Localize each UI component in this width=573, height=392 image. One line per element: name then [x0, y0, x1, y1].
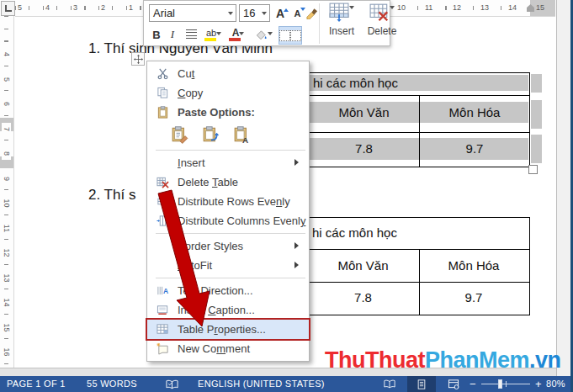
font-name-combobox[interactable]: Arial: [149, 4, 236, 22]
table-cell[interactable]: 9.7: [420, 138, 529, 160]
font-color-button[interactable]: A: [227, 26, 249, 43]
table-header-cell[interactable]: hi các môn học: [307, 225, 397, 240]
ruler-number: 7: [2, 123, 11, 135]
menu-item-delete-table[interactable]: Delete Table: [147, 172, 309, 192]
print-layout-button[interactable]: [407, 376, 436, 392]
chevron-down-icon[interactable]: [239, 32, 244, 38]
menu-item-label: Insert Caption...: [178, 304, 255, 316]
table-resize-handle[interactable]: [528, 165, 538, 174]
page-indicator[interactable]: PAGE 1 OF 1: [7, 376, 66, 392]
format-painter-button[interactable]: [305, 4, 320, 22]
table-row[interactable]: 7.8 9.7: [307, 133, 529, 167]
menu-item-insert[interactable]: Insert: [147, 153, 309, 172]
table-cell[interactable]: Môn Văn: [307, 250, 419, 281]
submenu-arrow-icon: [294, 262, 302, 268]
chevron-down-icon[interactable]: [290, 30, 301, 41]
menu-separator: [156, 150, 305, 151]
menu-item-label: Insert: [178, 156, 205, 169]
table-row[interactable]: hi các môn học: [307, 73, 529, 96]
zoom-percentage[interactable]: 80%: [546, 376, 565, 392]
menu-item-new-comment[interactable]: New Comment: [147, 339, 309, 358]
table-header-cell[interactable]: hi các môn học: [308, 76, 398, 90]
borders-button[interactable]: [279, 26, 302, 45]
table-row[interactable]: Môn Văn Môn Hóa: [307, 96, 529, 133]
table-1: hi các môn học Môn Văn Môn Hóa 7.8 9.7: [306, 72, 530, 167]
table-cell[interactable]: 7.8: [307, 283, 419, 313]
insert-label: Insert: [329, 25, 354, 37]
ruler-number: 5: [2, 73, 11, 86]
print-layout-icon: [416, 379, 427, 390]
bold-button[interactable]: B: [149, 26, 164, 43]
vertical-scrollbar[interactable]: [556, 0, 571, 376]
paste-keep-formatting-button[interactable]: [167, 123, 193, 146]
table-column-border: [419, 96, 420, 167]
menu-item-text-direction[interactable]: A Text Direction...: [147, 281, 309, 300]
word-count[interactable]: 55 WORDS: [87, 376, 137, 392]
table-cell[interactable]: Môn Hóa: [420, 102, 529, 123]
read-mode-button[interactable]: [375, 376, 404, 392]
justify-button[interactable]: [183, 26, 199, 43]
menu-item-distribute-columns[interactable]: Distribute Columns Evenly: [147, 211, 309, 230]
italic-icon: I: [171, 28, 174, 41]
highlight-button[interactable]: ab: [203, 26, 225, 43]
menu-item-border-styles[interactable]: Border Styles: [147, 236, 309, 256]
menu-item-paste-options: Paste Options:: [147, 103, 309, 122]
menu-item-distribute-rows[interactable]: Distribute Rows Evenly: [147, 192, 309, 211]
italic-button[interactable]: I: [166, 26, 179, 43]
bold-icon: B: [152, 29, 160, 41]
chevron-down-icon[interactable]: [262, 12, 267, 18]
shading-button[interactable]: [252, 26, 275, 43]
zoom-slider-thumb[interactable]: [498, 379, 502, 389]
grow-font-button[interactable]: A: [272, 4, 289, 22]
insert-table-button[interactable]: Insert: [322, 3, 361, 45]
menu-item-table-properties[interactable]: Table Properties...: [147, 320, 309, 339]
delete-label: Delete: [368, 25, 397, 37]
chevron-down-icon[interactable]: [390, 6, 395, 12]
document-text-line[interactable]: 2. Thí s: [88, 187, 135, 204]
font-color-icon: A: [232, 27, 240, 39]
menu-item-label: Copy: [178, 87, 203, 99]
menu-item-insert-caption[interactable]: Insert Caption...: [147, 300, 309, 320]
menu-item-cut[interactable]: Cut: [147, 64, 309, 83]
paste-text-only-button[interactable]: A: [230, 123, 255, 146]
menu-item-label: Paste Options:: [178, 106, 255, 119]
web-layout-button[interactable]: [439, 376, 468, 392]
chevron-down-icon[interactable]: [268, 32, 273, 38]
ruler-number: 14: [507, 3, 518, 13]
paste-merge-formatting-button[interactable]: [199, 123, 224, 146]
menu-item-label: Text Direction...: [178, 284, 253, 297]
menu-item-label: Table Properties...: [178, 323, 266, 336]
zoom-in-button[interactable]: +: [535, 376, 542, 392]
chevron-down-icon[interactable]: [349, 6, 354, 12]
insert-rows-icon: [329, 3, 349, 23]
shrink-font-button[interactable]: A: [289, 4, 305, 22]
language-indicator[interactable]: ENGLISH (UNITED STATES): [198, 376, 325, 392]
font-size-combobox[interactable]: 16: [239, 4, 270, 22]
chevron-down-icon[interactable]: [228, 12, 233, 18]
highlight-color-swatch: [204, 38, 216, 41]
proofing-status-button[interactable]: [162, 376, 181, 392]
table-cell[interactable]: Môn Văn: [308, 102, 420, 123]
menu-item-label: Cut: [178, 67, 194, 80]
zoom-out-button[interactable]: −: [470, 376, 476, 392]
copy-icon: [154, 87, 171, 99]
table-cell[interactable]: Môn Hóa: [419, 250, 528, 281]
chevron-down-icon[interactable]: [216, 32, 221, 38]
table-row[interactable]: 7.8 9.7: [307, 283, 529, 314]
ruler-number: 13: [2, 272, 11, 284]
borders-icon: [279, 30, 290, 41]
ruler-number: 15: [534, 3, 546, 13]
table-properties-icon: [154, 323, 171, 336]
delete-table-icon: [369, 3, 390, 23]
table-cell[interactable]: 9.7: [419, 283, 528, 313]
table-row[interactable]: hi các môn học: [307, 218, 529, 250]
tab-selector[interactable]: [1, 1, 15, 16]
table-cell[interactable]: 7.8: [308, 138, 420, 160]
ruler-ticks: [4, 16, 8, 368]
menu-item-label: Distribute Rows Evenly: [178, 195, 290, 208]
table-row[interactable]: Môn Văn Môn Hóa: [307, 250, 529, 283]
menu-item-copy[interactable]: Copy: [147, 83, 309, 103]
delete-table-button[interactable]: Delete: [363, 3, 401, 45]
menu-item-autofit[interactable]: AutoFit: [147, 256, 309, 275]
table-move-handle[interactable]: [131, 52, 145, 66]
